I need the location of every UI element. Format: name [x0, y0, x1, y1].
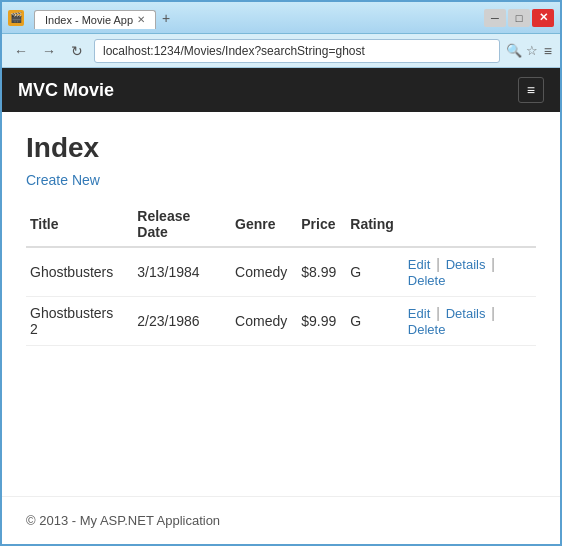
tab-area: Index - Movie App ✕ +	[34, 7, 176, 29]
separator: |	[436, 256, 444, 272]
page-content: Index Create New Title Release Date Genr…	[2, 112, 560, 496]
movies-table: Title Release Date Genre Price Rating Gh…	[26, 202, 536, 346]
movie-genre: Comedy	[231, 247, 297, 297]
back-button[interactable]: ←	[10, 40, 32, 62]
table-header: Title Release Date Genre Price Rating	[26, 202, 536, 247]
browser-icon: 🎬	[8, 10, 24, 26]
page-footer: © 2013 - My ASP.NET Application	[2, 496, 560, 544]
browser-window: 🎬 Index - Movie App ✕ + ─ □ ✕ ← → ↻ 🔍 ☆ …	[0, 0, 562, 546]
col-title: Title	[26, 202, 133, 247]
movie-rating: G	[346, 247, 404, 297]
col-actions	[404, 202, 536, 247]
separator: |	[491, 305, 495, 321]
movie-release-date: 3/13/1984	[133, 247, 231, 297]
table-row: Ghostbusters 2 2/23/1986 Comedy $9.99 G …	[26, 297, 536, 346]
new-tab-button[interactable]: +	[156, 7, 176, 29]
page-title: Index	[26, 132, 536, 164]
col-rating: Rating	[346, 202, 404, 247]
col-release-date: Release Date	[133, 202, 231, 247]
movie-price: $9.99	[297, 297, 346, 346]
refresh-button[interactable]: ↻	[66, 40, 88, 62]
table-body: Ghostbusters 3/13/1984 Comedy $8.99 G Ed…	[26, 247, 536, 346]
close-button[interactable]: ✕	[532, 9, 554, 27]
col-genre: Genre	[231, 202, 297, 247]
browser-content: MVC Movie ≡ Index Create New Title Relea…	[2, 68, 560, 544]
app-navbar: MVC Movie ≡	[2, 68, 560, 112]
separator: |	[491, 256, 495, 272]
active-tab[interactable]: Index - Movie App ✕	[34, 10, 156, 29]
bookmark-icon[interactable]: ☆	[526, 43, 538, 58]
movie-release-date: 2/23/1986	[133, 297, 231, 346]
movie-actions: Edit | Details | Delete	[404, 247, 536, 297]
url-input[interactable]	[94, 39, 500, 63]
window-controls: ─ □ ✕	[484, 9, 554, 27]
tab-label: Index - Movie App	[45, 14, 133, 26]
title-bar: 🎬 Index - Movie App ✕ + ─ □ ✕	[2, 2, 560, 34]
col-price: Price	[297, 202, 346, 247]
delete-link-0[interactable]: Delete	[408, 273, 446, 288]
app-brand: MVC Movie	[18, 80, 518, 101]
address-icons: 🔍 ☆	[506, 43, 538, 58]
details-link-1[interactable]: Details	[446, 306, 486, 321]
create-new-link[interactable]: Create New	[26, 172, 100, 188]
address-bar: ← → ↻ 🔍 ☆ ≡	[2, 34, 560, 68]
forward-button[interactable]: →	[38, 40, 60, 62]
tab-close-icon[interactable]: ✕	[137, 14, 145, 25]
header-row: Title Release Date Genre Price Rating	[26, 202, 536, 247]
movie-price: $8.99	[297, 247, 346, 297]
delete-link-1[interactable]: Delete	[408, 322, 446, 337]
movie-title: Ghostbusters	[26, 247, 133, 297]
browser-menu-button[interactable]: ≡	[544, 43, 552, 59]
edit-link-0[interactable]: Edit	[408, 257, 430, 272]
minimize-button[interactable]: ─	[484, 9, 506, 27]
hamburger-button[interactable]: ≡	[518, 77, 544, 103]
edit-link-1[interactable]: Edit	[408, 306, 430, 321]
details-link-0[interactable]: Details	[446, 257, 486, 272]
separator: |	[436, 305, 444, 321]
table-row: Ghostbusters 3/13/1984 Comedy $8.99 G Ed…	[26, 247, 536, 297]
movie-actions: Edit | Details | Delete	[404, 297, 536, 346]
movie-rating: G	[346, 297, 404, 346]
movie-title: Ghostbusters 2	[26, 297, 133, 346]
maximize-button[interactable]: □	[508, 9, 530, 27]
movie-genre: Comedy	[231, 297, 297, 346]
search-icon[interactable]: 🔍	[506, 43, 522, 58]
footer-text: © 2013 - My ASP.NET Application	[26, 513, 220, 528]
